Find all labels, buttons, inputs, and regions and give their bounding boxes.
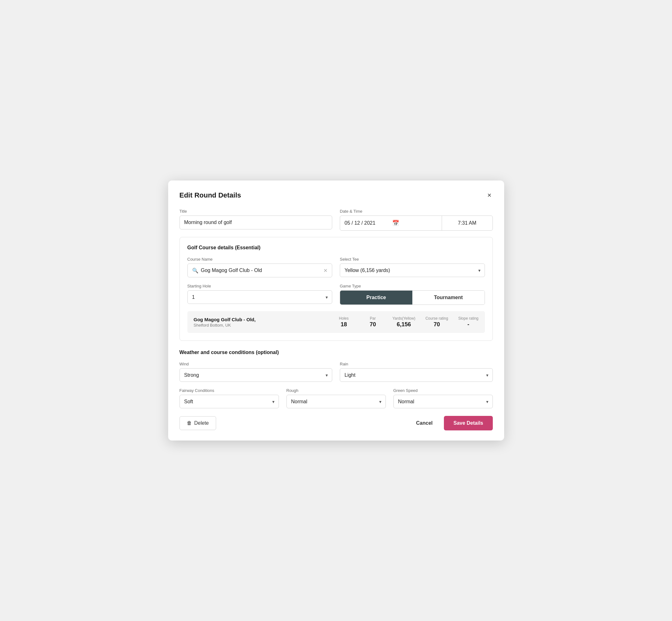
date-value: 05 / 12 / 2021	[344, 220, 390, 226]
title-label: Title	[179, 209, 333, 214]
slope-rating-value: -	[467, 321, 469, 328]
game-type-toggle: Practice Tournament	[340, 290, 485, 305]
tournament-button[interactable]: Tournament	[412, 291, 485, 304]
fairway-label: Fairway Conditions	[179, 388, 279, 393]
footer-row: 🗑 Delete Cancel Save Details	[179, 416, 493, 430]
green-speed-dropdown[interactable]: Normal	[393, 395, 493, 408]
datetime-label: Date & Time	[340, 209, 493, 214]
course-info-row: Gog Magog Golf Club - Old, Shelford Bott…	[187, 311, 485, 333]
datetime-field-group: Date & Time 05 / 12 / 2021 📅 7:31 AM	[340, 209, 493, 231]
hole-gametype-row: Starting Hole 1 ▾ Game Type Practice Tou…	[187, 284, 485, 305]
green-speed-label: Green Speed	[393, 388, 493, 393]
game-type-group: Game Type Practice Tournament	[340, 284, 485, 305]
yards-value: 6,156	[397, 321, 411, 328]
title-datetime-row: Title Date & Time 05 / 12 / 2021 📅 7:31 …	[179, 209, 493, 231]
weather-section: Weather and course conditions (optional)…	[179, 349, 493, 408]
par-label: Par	[370, 316, 376, 321]
par-value: 70	[370, 321, 376, 328]
holes-value: 18	[341, 321, 347, 328]
calendar-icon: 📅	[392, 220, 437, 226]
title-input[interactable]	[179, 215, 333, 230]
yards-label: Yards(Yellow)	[392, 316, 416, 321]
rough-dropdown[interactable]: Normal	[287, 395, 386, 408]
date-part[interactable]: 05 / 12 / 2021 📅	[340, 216, 442, 230]
delete-label: Delete	[194, 420, 209, 426]
rain-group: Rain Light ▾	[340, 362, 493, 382]
select-tee-wrapper: Yellow (6,156 yards) ▾	[340, 263, 485, 277]
select-tee-group: Select Tee Yellow (6,156 yards) ▾	[340, 257, 485, 277]
green-speed-wrapper: Normal ▾	[393, 395, 493, 408]
course-tee-row: Course Name 🔍 ✕ Select Tee Yellow (6,156…	[187, 257, 485, 277]
search-icon: 🔍	[192, 267, 199, 274]
rain-dropdown[interactable]: Light	[340, 368, 493, 382]
course-rating-value: 70	[433, 321, 440, 328]
starting-hole-wrapper: 1 ▾	[187, 290, 333, 304]
green-speed-group: Green Speed Normal ▾	[393, 388, 493, 408]
clear-icon[interactable]: ✕	[323, 267, 328, 274]
course-info-location: Shelford Bottom, UK	[194, 323, 324, 328]
fairway-rough-green-row: Fairway Conditions Soft ▾ Rough Normal ▾	[179, 388, 493, 408]
time-value: 7:31 AM	[458, 220, 476, 226]
delete-button[interactable]: 🗑 Delete	[179, 416, 216, 430]
slope-rating-label: Slope rating	[458, 316, 478, 321]
fairway-group: Fairway Conditions Soft ▾	[179, 388, 279, 408]
save-button[interactable]: Save Details	[444, 416, 493, 430]
wind-rain-row: Wind Strong ▾ Rain Light ▾	[179, 362, 493, 382]
golf-section-title: Golf Course details (Essential)	[187, 245, 485, 251]
practice-button[interactable]: Practice	[340, 291, 412, 304]
rain-label: Rain	[340, 362, 493, 366]
rain-wrapper: Light ▾	[340, 368, 493, 382]
wind-wrapper: Strong ▾	[179, 368, 333, 382]
close-button[interactable]: ×	[486, 191, 493, 200]
course-name-label: Course Name	[187, 257, 333, 261]
select-tee-label: Select Tee	[340, 257, 485, 261]
wind-label: Wind	[179, 362, 333, 366]
modal-header: Edit Round Details ×	[179, 191, 493, 200]
course-stat-slope-rating: Slope rating -	[458, 316, 478, 328]
title-field-group: Title	[179, 209, 333, 231]
course-name-group: Course Name 🔍 ✕	[187, 257, 333, 277]
course-info-bold-name: Gog Magog Golf Club - Old,	[194, 317, 324, 322]
holes-label: Holes	[339, 316, 349, 321]
fairway-wrapper: Soft ▾	[179, 395, 279, 408]
course-stat-holes: Holes 18	[334, 316, 353, 328]
course-stat-course-rating: Course rating 70	[425, 316, 448, 328]
course-name-wrapper: 🔍 ✕	[187, 263, 333, 277]
game-type-label: Game Type	[340, 284, 485, 288]
course-info-name: Gog Magog Golf Club - Old, Shelford Bott…	[194, 317, 324, 328]
time-part[interactable]: 7:31 AM	[442, 216, 493, 230]
course-stat-par: Par 70	[364, 316, 382, 328]
starting-hole-group: Starting Hole 1 ▾	[187, 284, 333, 305]
modal-title: Edit Round Details	[179, 191, 241, 199]
cancel-button[interactable]: Cancel	[411, 417, 437, 430]
rough-label: Rough	[287, 388, 386, 393]
select-tee-dropdown[interactable]: Yellow (6,156 yards)	[340, 263, 485, 277]
starting-hole-dropdown[interactable]: 1	[187, 290, 333, 304]
golf-course-section: Golf Course details (Essential) Course N…	[179, 237, 493, 341]
rough-wrapper: Normal ▾	[287, 395, 386, 408]
course-rating-label: Course rating	[425, 316, 448, 321]
wind-group: Wind Strong ▾	[179, 362, 333, 382]
footer-right: Cancel Save Details	[411, 416, 493, 430]
course-stat-yards: Yards(Yellow) 6,156	[392, 316, 416, 328]
starting-hole-label: Starting Hole	[187, 284, 333, 288]
wind-dropdown[interactable]: Strong	[179, 368, 333, 382]
fairway-dropdown[interactable]: Soft	[179, 395, 279, 408]
course-name-input[interactable]	[201, 264, 324, 277]
rough-group: Rough Normal ▾	[287, 388, 386, 408]
edit-round-modal: Edit Round Details × Title Date & Time 0…	[168, 180, 504, 441]
weather-section-title: Weather and course conditions (optional)	[179, 349, 493, 355]
datetime-wrapper: 05 / 12 / 2021 📅 7:31 AM	[340, 215, 493, 231]
trash-icon: 🗑	[187, 420, 192, 426]
